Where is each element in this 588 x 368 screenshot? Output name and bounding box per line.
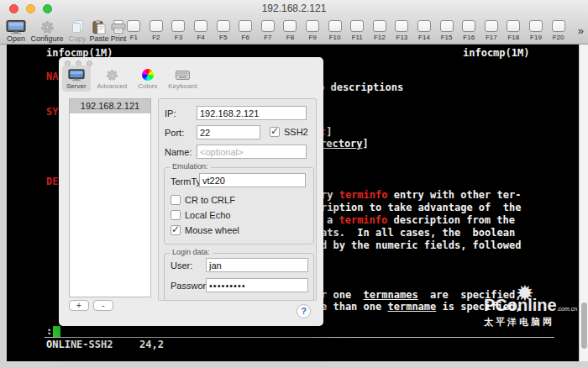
fkey-f16-button[interactable]: F16	[458, 20, 480, 41]
server-list[interactable]: 192.168.2.121	[69, 98, 151, 297]
termtype-field[interactable]	[199, 173, 306, 187]
fkey-f3-button[interactable]: F3	[167, 20, 190, 41]
ssh2-label: SSH2	[284, 127, 308, 137]
fkey-button-face[interactable]	[306, 20, 319, 32]
port-field[interactable]	[197, 125, 260, 139]
fkey-label: F9	[302, 34, 324, 41]
terminal-text: rectory]	[320, 138, 369, 150]
user-label: User:	[171, 260, 192, 271]
add-server-button[interactable]: +	[69, 300, 89, 311]
remove-server-button[interactable]: -	[93, 300, 113, 311]
fkey-label: F2	[145, 34, 168, 41]
fkey-label: F4	[190, 34, 213, 41]
tab-advanced[interactable]: Advanced	[93, 66, 132, 92]
ssh2-checkbox-row[interactable]: SSH2	[270, 127, 308, 137]
fkey-button-face[interactable]	[328, 20, 342, 32]
fkey-f15-button[interactable]: F15	[435, 20, 458, 41]
terminal-text: ry terminfo entry with other ter-	[321, 189, 521, 201]
fkey-label: F18	[502, 34, 525, 41]
fkey-button-face[interactable]	[127, 20, 140, 32]
fkey-button-face[interactable]	[485, 20, 498, 32]
connection-dialog: Server Advanced Colors	[59, 57, 323, 326]
fkey-f6-button[interactable]: F6	[234, 20, 257, 41]
fkey-f10-button[interactable]: F10	[323, 20, 346, 41]
fkey-f1-button[interactable]: F1	[123, 20, 145, 41]
fkey-button-face[interactable]	[239, 20, 252, 32]
fkey-f11-button[interactable]: F11	[346, 20, 369, 41]
scrollbar-thumb[interactable]	[581, 302, 587, 349]
ip-field[interactable]	[197, 106, 307, 120]
name-field[interactable]	[197, 145, 307, 159]
fkey-f20-button[interactable]: F20	[547, 20, 570, 41]
ssh2-checkbox[interactable]	[270, 127, 280, 137]
fkey-button-face[interactable]	[462, 20, 475, 32]
fkey-f14-button[interactable]: F14	[413, 20, 436, 41]
watermark-star-icon: ✹	[516, 282, 534, 304]
status-mode: ONLINE-SSH2	[46, 339, 113, 350]
fkey-button-face[interactable]	[194, 20, 207, 32]
fkey-button-face[interactable]	[373, 20, 386, 32]
fkey-button-face[interactable]	[350, 20, 364, 32]
configure-button[interactable]: Configure	[28, 20, 66, 43]
fkey-label: F20	[547, 34, 570, 41]
fkey-f2-button[interactable]: F2	[145, 20, 168, 41]
fkey-f12-button[interactable]: F12	[369, 20, 391, 41]
terminal-text: o descriptions	[318, 81, 403, 93]
open-button[interactable]: Open	[3, 20, 29, 43]
fkey-button-face[interactable]	[440, 20, 454, 32]
tab-colors[interactable]: Colors	[134, 66, 161, 92]
fkey-f9-button[interactable]: F9	[302, 20, 324, 41]
fkey-f19-button[interactable]: F19	[525, 20, 548, 41]
fkey-button-face[interactable]	[529, 20, 543, 32]
fkey-button-face[interactable]	[261, 20, 275, 32]
zoom-button[interactable]	[43, 4, 52, 13]
cr-to-crlf-checkbox[interactable]	[171, 195, 181, 205]
mouse-wheel-row[interactable]: Mouse wheel	[171, 225, 239, 235]
fkey-f4-button[interactable]: F4	[190, 20, 213, 41]
fkey-label: F1	[123, 34, 145, 41]
local-echo-row[interactable]: Local Echo	[171, 210, 230, 220]
mouse-wheel-label: Mouse wheel	[185, 225, 239, 235]
tab-keyboard[interactable]: Keyboard	[164, 66, 201, 92]
fkey-button-face[interactable]	[417, 20, 431, 32]
tab-server[interactable]: Server	[62, 66, 91, 92]
dialog-toolbar: Server Advanced Colors	[62, 66, 202, 92]
fkey-f7-button[interactable]: F7	[257, 20, 280, 41]
password-field[interactable]	[206, 278, 308, 292]
close-button[interactable]	[9, 4, 18, 13]
window-chrome: 192.168.2.121 Open	[0, 0, 588, 45]
fkey-button-face[interactable]	[507, 20, 520, 32]
help-button[interactable]: ?	[297, 304, 311, 318]
fkey-button-face[interactable]	[217, 20, 230, 32]
scrollbar[interactable]	[579, 45, 588, 361]
fkey-f17-button[interactable]: F17	[480, 20, 503, 41]
mouse-wheel-checkbox[interactable]	[171, 225, 181, 235]
fkey-button-face[interactable]	[150, 20, 163, 32]
watermark: ✹ PConline.com.cn 太平洋电脑网	[484, 296, 588, 329]
toolbar-overflow-button[interactable]: »	[578, 24, 584, 37]
watermark-brand: PConline.com.cn	[484, 296, 588, 315]
fkey-label: F5	[212, 34, 234, 41]
cr-to-crlf-row[interactable]: CR to CRLF	[171, 195, 235, 205]
fkey-f13-button[interactable]: F13	[391, 20, 413, 41]
user-field[interactable]	[206, 258, 308, 272]
fkey-label: F7	[257, 34, 280, 41]
minimize-button[interactable]	[26, 4, 35, 13]
fkey-button-face[interactable]	[395, 20, 408, 32]
cursor-position: 24,2	[139, 339, 164, 350]
fkey-label: F13	[391, 34, 413, 41]
keyboard-icon	[168, 68, 197, 81]
fkey-label: F14	[413, 34, 436, 41]
fkey-f5-button[interactable]: F5	[212, 20, 234, 41]
local-echo-checkbox[interactable]	[171, 210, 181, 220]
fkey-button-face[interactable]	[552, 20, 565, 32]
terminal-text: ats. In all cases, the boolean	[321, 227, 515, 239]
server-list-item[interactable]: 192.168.2.121	[70, 99, 150, 113]
fkey-button-face[interactable]	[283, 20, 297, 32]
terminal-text: infocmp(1M)	[463, 47, 529, 59]
fkey-button-face[interactable]	[171, 20, 185, 32]
fkey-f18-button[interactable]: F18	[502, 20, 525, 41]
fkey-label: F15	[435, 34, 458, 41]
fkey-label: F10	[323, 34, 346, 41]
fkey-f8-button[interactable]: F8	[279, 20, 302, 41]
